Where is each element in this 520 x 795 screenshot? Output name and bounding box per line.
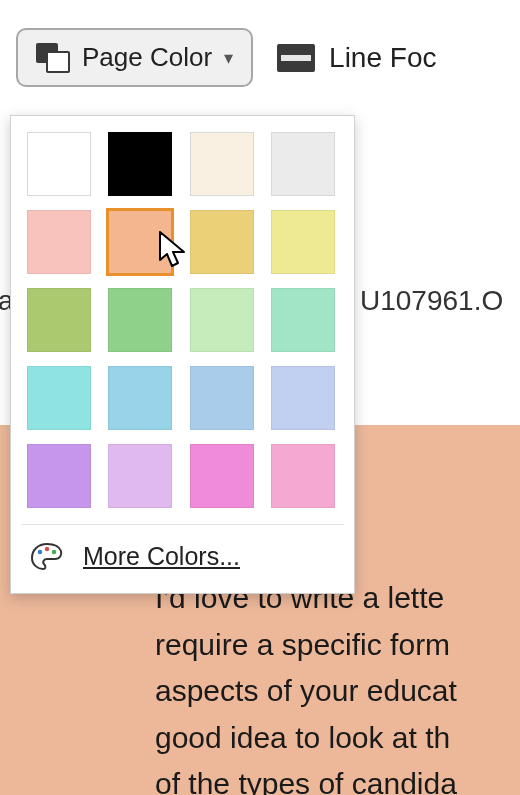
swatch-sky[interactable] [108, 366, 172, 430]
palette-icon [29, 541, 65, 571]
swatch-lavender[interactable] [108, 444, 172, 508]
bg-code-text: U107961.O [360, 285, 503, 317]
swatch-gold[interactable] [190, 210, 254, 274]
swatch-pale-green[interactable] [190, 288, 254, 352]
line-focus-button[interactable]: Line Foc [277, 42, 436, 74]
line-focus-icon [277, 44, 315, 72]
swatch-white[interactable] [27, 132, 91, 196]
swatch-purple[interactable] [27, 444, 91, 508]
swatch-black[interactable] [108, 132, 172, 196]
toolbar: Page Color ▾ Line Foc [0, 0, 520, 115]
page-color-button[interactable]: Page Color ▾ [16, 28, 253, 87]
swatch-rose[interactable] [271, 444, 335, 508]
doc-line: good idea to look at th [155, 715, 520, 762]
line-focus-label: Line Foc [329, 42, 436, 74]
swatch-green[interactable] [108, 288, 172, 352]
page-color-dropdown: More Colors... [10, 115, 355, 594]
page-color-label: Page Color [82, 42, 212, 73]
more-colors-item[interactable]: More Colors... [21, 524, 344, 585]
swatch-aqua[interactable] [27, 366, 91, 430]
swatch-light-blue[interactable] [190, 366, 254, 430]
doc-line: aspects of your educat [155, 668, 520, 715]
svg-point-1 [45, 547, 49, 551]
swatch-yellow[interactable] [271, 210, 335, 274]
chevron-down-icon: ▾ [224, 47, 233, 69]
swatch-peach[interactable] [108, 210, 172, 274]
swatch-olive[interactable] [27, 288, 91, 352]
svg-point-0 [38, 550, 42, 554]
doc-line: of the types of candida [155, 761, 520, 795]
page-color-icon [36, 43, 70, 73]
swatch-mint[interactable] [271, 288, 335, 352]
doc-line: require a specific form [155, 622, 520, 669]
swatch-light-gray[interactable] [271, 132, 335, 196]
swatch-cream[interactable] [190, 132, 254, 196]
swatch-grid [21, 128, 344, 524]
svg-point-2 [52, 550, 56, 554]
swatch-periwinkle[interactable] [271, 366, 335, 430]
more-colors-label: More Colors... [83, 542, 240, 571]
swatch-magenta[interactable] [190, 444, 254, 508]
swatch-pink[interactable] [27, 210, 91, 274]
